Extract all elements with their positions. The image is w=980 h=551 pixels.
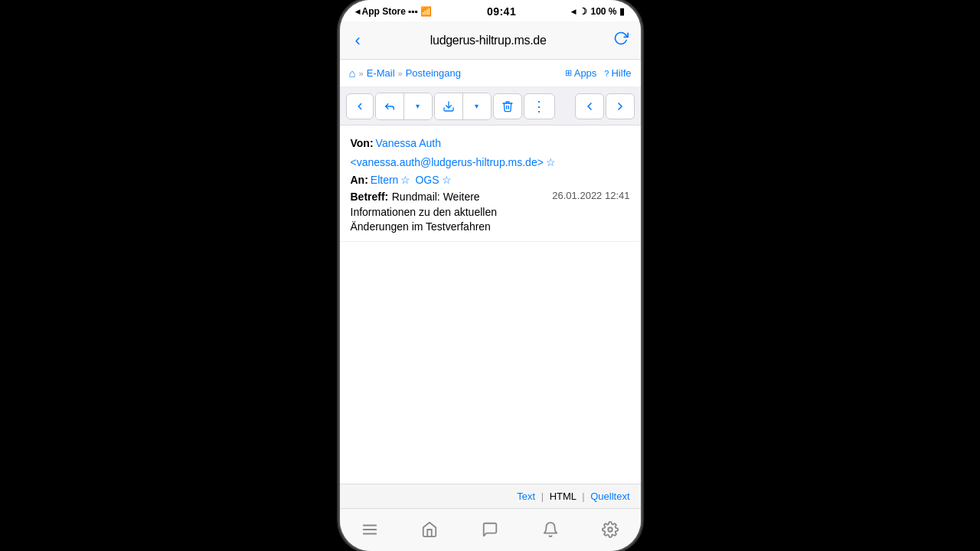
location-icon: ◂ [571,6,576,17]
reply-dropdown-button[interactable]: ▾ [404,93,432,119]
subject-row: Betreff: Rundmail: Weitere Informationen… [351,190,630,235]
wifi-icon: 📶 [420,6,432,17]
breadcrumb-bar: ⌂ » E-Mail » Posteingang ⊞ Apps ? Hilfe [340,60,641,87]
sep1: | [541,491,544,502]
menu-button[interactable] [354,516,385,543]
reply-group: ▾ [375,93,433,120]
to-ogs[interactable]: OGS [415,171,439,188]
nav-bar: ‹ ludgerus-hiltrup.ms.de [340,21,641,60]
email-header: Von: Vanessa Auth <vanessa.auth@ludgerus… [340,126,641,242]
email-content: Von: Vanessa Auth <vanessa.auth@ludgerus… [340,126,641,484]
sep1: » [359,69,364,78]
delete-button[interactable] [493,93,522,119]
email-footer: Text | HTML | Quelltext [340,484,641,508]
status-left: ◂ App Store ▪▪▪ 📶 [355,6,432,17]
from-star-icon[interactable]: ☆ [546,154,556,171]
notifications-button[interactable] [535,516,566,543]
battery-label: 100 % [590,6,616,17]
eltern-star-icon[interactable]: ☆ [400,171,410,188]
from-label: Von: [351,135,374,152]
from-email[interactable]: <vanessa.auth@ludgerus-hiltrup.ms.de> [351,154,544,171]
phone-frame: ◂ App Store ▪▪▪ 📶 09:41 ◂ ☽ 100 % ▮ ‹ lu… [340,0,641,551]
nav-title: ludgerus-hiltrup.ms.de [430,34,547,47]
chat-button[interactable] [475,516,505,543]
toolbar: ▾ ▾ ⋮ [340,87,641,126]
download-group: ▾ [434,93,492,120]
text-view-link[interactable]: Text [517,491,535,502]
next-email-button[interactable] [606,93,635,119]
battery-icon: ▮ [619,6,625,17]
more-button[interactable]: ⋮ [524,93,555,119]
breadcrumb-left: ⌂ » E-Mail » Posteingang [349,67,461,80]
inbox-breadcrumb[interactable]: Posteingang [406,67,461,79]
bottom-nav [340,508,641,551]
subject-field: Betreff: Rundmail: Weitere Informationen… [351,190,547,235]
ogs-star-icon[interactable]: ☆ [442,171,452,188]
apps-icon: ⊞ [565,68,572,78]
reload-button[interactable] [613,31,629,50]
to-eltern[interactable]: Eltern [371,171,399,188]
toolbar-back-button[interactable] [346,93,374,119]
email-body [340,242,641,257]
sep2: » [398,69,403,78]
prev-email-button[interactable] [575,93,604,119]
home-button[interactable] [414,516,445,543]
time-display: 09:41 [487,5,516,18]
status-right: ◂ ☽ 100 % ▮ [571,6,625,17]
from-field: Von: Vanessa Auth <vanessa.auth@ludgerus… [351,135,630,171]
email-date: 26.01.2022 12:41 [552,190,629,201]
svg-point-4 [608,527,612,532]
to-label: An: [351,171,368,188]
signal-icon: ▪▪▪ [408,6,418,17]
from-name[interactable]: Vanessa Auth [376,135,441,152]
apps-link[interactable]: ⊞ Apps [565,67,597,79]
html-view-label[interactable]: HTML [550,491,577,502]
download-button[interactable] [435,93,463,119]
help-link[interactable]: ? Hilfe [604,67,631,79]
back-arrow-status: ◂ [355,6,360,17]
breadcrumb-right: ⊞ Apps ? Hilfe [565,67,632,79]
to-field: An: Eltern ☆ OGS ☆ [351,171,630,188]
subject-label: Betreff: [351,191,389,203]
sep2: | [582,491,584,502]
email-breadcrumb[interactable]: E-Mail [367,67,395,79]
home-icon[interactable]: ⌂ [349,67,356,80]
moon-icon: ☽ [579,6,587,17]
help-icon: ? [604,69,609,78]
download-dropdown-button[interactable]: ▾ [463,93,491,119]
settings-button[interactable] [595,516,626,543]
back-button[interactable]: ‹ [352,28,364,54]
apps-label[interactable]: Apps [574,67,597,79]
status-bar: ◂ App Store ▪▪▪ 📶 09:41 ◂ ☽ 100 % ▮ [340,0,641,21]
source-view-link[interactable]: Quelltext [590,491,629,502]
carrier-label: App Store [362,6,406,17]
reply-button[interactable] [376,93,404,119]
help-label[interactable]: Hilfe [611,67,631,79]
